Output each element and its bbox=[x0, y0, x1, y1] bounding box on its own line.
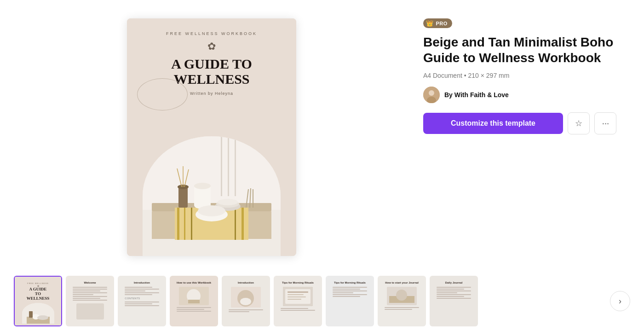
info-panel: 👑 PRO Beige and Tan Minimalist Boho Guid… bbox=[423, 14, 616, 134]
thumb-7-content: Tips for Morning Rituals bbox=[327, 277, 373, 325]
svg-rect-10 bbox=[191, 208, 192, 240]
svg-rect-11 bbox=[242, 208, 244, 240]
thumb-2-content: Welcome bbox=[67, 277, 113, 325]
thumb-8-content: How to start your Journal bbox=[379, 277, 425, 325]
svg-point-42 bbox=[240, 298, 251, 305]
author-avatar bbox=[423, 87, 440, 103]
pro-badge: 👑 PRO bbox=[423, 18, 452, 28]
svg-rect-46 bbox=[288, 294, 304, 295]
svg-point-51 bbox=[396, 290, 407, 301]
preview-area: FREE WELLNESS WORKBOOK ✿ A GUIDE TO WELL… bbox=[28, 14, 396, 256]
thumbnail-1[interactable]: FREE WELLNESS ✿ A GUIDETOWELLNESS bbox=[14, 276, 62, 326]
svg-rect-39 bbox=[188, 300, 200, 303]
template-preview[interactable]: FREE WELLNESS WORKBOOK ✿ A GUIDE TO WELL… bbox=[127, 18, 296, 256]
action-row: Customize this template ☆ ··· bbox=[423, 112, 616, 134]
thumbnail-5[interactable]: Introduction bbox=[222, 276, 270, 326]
thumb-5-content: Introduction bbox=[223, 277, 269, 325]
thumbnail-3[interactable]: Introduction CONTENTS bbox=[118, 276, 166, 326]
svg-point-20 bbox=[198, 205, 225, 216]
svg-point-35 bbox=[37, 315, 48, 320]
next-icon: › bbox=[619, 296, 621, 306]
doc-cover: FREE WELLNESS WORKBOOK ✿ A GUIDE TO WELL… bbox=[127, 18, 296, 256]
main-content: FREE WELLNESS WORKBOOK ✿ A GUIDE TO WELL… bbox=[0, 0, 644, 272]
thumb-9-content: Daily Journal bbox=[431, 277, 477, 325]
doc-image-circle bbox=[143, 136, 281, 256]
thumb-3-content: Introduction CONTENTS bbox=[119, 277, 165, 325]
svg-rect-47 bbox=[288, 296, 306, 297]
thumbnail-9[interactable]: Daily Journal bbox=[430, 276, 478, 326]
svg-rect-2 bbox=[221, 136, 222, 196]
favorite-button[interactable]: ☆ bbox=[568, 112, 590, 134]
svg-point-18 bbox=[218, 199, 238, 205]
svg-rect-9 bbox=[184, 208, 185, 240]
svg-rect-21 bbox=[178, 187, 188, 208]
svg-rect-1 bbox=[143, 136, 281, 210]
more-icon: ··· bbox=[602, 117, 609, 129]
thumb-6-content: Tips for Morning Rituals bbox=[275, 277, 321, 325]
thumbnails-container: FREE WELLNESS ✿ A GUIDETOWELLNESS bbox=[14, 276, 607, 326]
thumbnail-7[interactable]: Tips for Morning Rituals bbox=[326, 276, 374, 326]
thumbnail-8[interactable]: How to start your Journal bbox=[378, 276, 426, 326]
star-icon: ☆ bbox=[575, 118, 582, 128]
doc-snowflake: ✿ bbox=[207, 41, 216, 52]
thumbnail-2[interactable]: Welcome bbox=[66, 276, 114, 326]
svg-rect-36 bbox=[29, 311, 33, 318]
author-by: By bbox=[444, 91, 453, 99]
doc-main-title: A GUIDE TO WELLNESS bbox=[171, 56, 252, 87]
svg-rect-45 bbox=[288, 291, 308, 293]
crown-icon: 👑 bbox=[426, 20, 434, 27]
thumbnail-6[interactable]: Tips for Morning Rituals bbox=[274, 276, 322, 326]
svg-point-30 bbox=[429, 90, 434, 96]
author-name: With Faith & Love bbox=[454, 91, 509, 99]
svg-point-15 bbox=[194, 183, 211, 189]
more-options-button[interactable]: ··· bbox=[594, 112, 616, 134]
author-row: By With Faith & Love bbox=[423, 87, 616, 103]
svg-rect-12 bbox=[235, 208, 236, 240]
pro-label: PRO bbox=[436, 21, 448, 26]
thumb-4-content: How to use this Workbook bbox=[171, 277, 217, 325]
thumbnail-4[interactable]: How to use this Workbook bbox=[170, 276, 218, 326]
doc-subtitle: Written by Heleyna bbox=[190, 91, 233, 96]
author-name-row: By With Faith & Love bbox=[444, 91, 509, 99]
doc-top-text: FREE WELLNESS WORKBOOK bbox=[166, 31, 257, 36]
svg-rect-8 bbox=[177, 208, 179, 240]
customize-button[interactable]: Customize this template bbox=[423, 113, 563, 134]
template-meta: A4 Document • 210 × 297 mm bbox=[423, 72, 616, 79]
thumb-1-content: FREE WELLNESS ✿ A GUIDETOWELLNESS bbox=[15, 277, 61, 325]
page-container: FREE WELLNESS WORKBOOK ✿ A GUIDE TO WELL… bbox=[0, 0, 644, 331]
thumbnail-strip: FREE WELLNESS ✿ A GUIDETOWELLNESS bbox=[0, 272, 644, 331]
svg-rect-48 bbox=[288, 299, 301, 300]
template-title: Beige and Tan Minimalist Boho Guide to W… bbox=[423, 35, 616, 65]
next-button[interactable]: › bbox=[610, 291, 630, 311]
svg-rect-3 bbox=[228, 136, 229, 196]
svg-rect-4 bbox=[235, 136, 236, 196]
